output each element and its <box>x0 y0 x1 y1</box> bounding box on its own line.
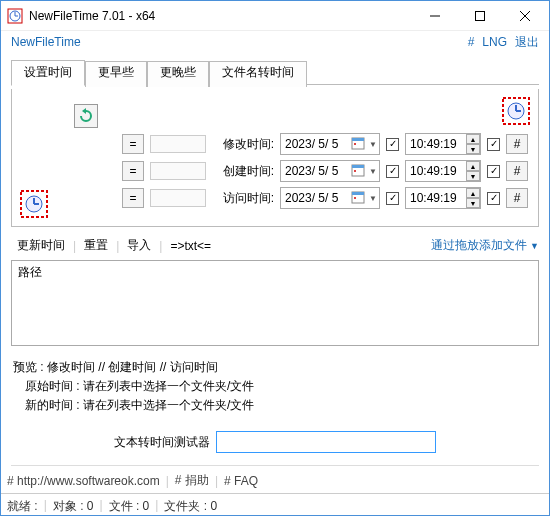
homepage-link[interactable]: # http://www.softwareok.com <box>7 474 160 488</box>
import-button[interactable]: 导入 <box>121 235 157 256</box>
modify-time-input[interactable]: 10:49:19 ▲▼ <box>405 133 481 155</box>
menu-lng[interactable]: LNG <box>480 35 509 49</box>
modify-label: 修改时间: <box>212 136 274 153</box>
menubar: NewFileTime # LNG 退出 <box>1 31 549 53</box>
update-time-button[interactable]: 更新时间 <box>11 235 71 256</box>
tab-filename-to-time[interactable]: 文件名转时间 <box>209 61 307 87</box>
clock-icon[interactable] <box>20 190 48 218</box>
column-header-path[interactable]: 路径 <box>12 261 538 284</box>
titlebar: NewFileTime 7.01 - x64 <box>1 1 549 31</box>
hash-button[interactable]: # <box>506 161 528 181</box>
create-time-row: = 创建时间: 2023/ 5/ 5 ▼ ✓ 10:49:19 ▲▼ ✓ # <box>22 160 528 182</box>
txt-button[interactable]: =>txt<= <box>164 237 217 255</box>
menu-hash[interactable]: # <box>466 35 477 49</box>
preview-new: 新的时间 : 请在列表中选择一个文件夹/文件 <box>13 396 539 415</box>
svg-rect-25 <box>354 197 356 199</box>
refresh-button[interactable] <box>74 104 98 128</box>
create-time-input[interactable]: 10:49:19 ▲▼ <box>405 160 481 182</box>
spin-down-icon[interactable]: ▼ <box>466 171 480 181</box>
action-toolbar: 更新时间 | 重置 | 导入 | =>txt<= 通过拖放添加文件 ▼ <box>11 235 539 258</box>
svg-rect-21 <box>352 165 364 168</box>
chevron-down-icon: ▼ <box>369 140 377 149</box>
drop-hint: 通过拖放添加文件 ▼ <box>431 237 539 254</box>
modify-time-checkbox[interactable]: ✓ <box>487 138 500 151</box>
eq-button[interactable]: = <box>122 188 144 208</box>
hash-button[interactable]: # <box>506 188 528 208</box>
minimize-button[interactable] <box>412 2 457 30</box>
offset-slider[interactable] <box>150 162 206 180</box>
offset-slider[interactable] <box>150 189 206 207</box>
calendar-icon <box>351 190 367 206</box>
menu-exit[interactable]: 退出 <box>513 34 541 51</box>
tab-body: = 修改时间: 2023/ 5/ 5 ▼ ✓ 10:49:19 ▲▼ ✓ # =… <box>11 89 539 227</box>
maximize-button[interactable] <box>457 2 502 30</box>
preview-block: 预览 : 修改时间 // 创建时间 // 访问时间 原始时间 : 请在列表中选择… <box>11 356 539 421</box>
svg-rect-5 <box>475 11 484 20</box>
access-date-checkbox[interactable]: ✓ <box>386 192 399 205</box>
svg-rect-24 <box>352 192 364 195</box>
chevron-down-icon[interactable]: ▼ <box>530 241 539 251</box>
spin-down-icon[interactable]: ▼ <box>466 144 480 154</box>
tester-label: 文本转时间测试器 <box>114 434 210 451</box>
status-bar: 就绪 : | 对象 : 0 | 文件 : 0 | 文件夹 : 0 <box>1 493 549 516</box>
faq-link[interactable]: # FAQ <box>224 474 258 488</box>
donate-link[interactable]: # 捐助 <box>175 472 209 489</box>
access-time-row: = 访问时间: 2023/ 5/ 5 ▼ ✓ 10:49:19 ▲▼ ✓ # <box>22 187 528 209</box>
create-time-checkbox[interactable]: ✓ <box>487 165 500 178</box>
svg-rect-18 <box>352 138 364 141</box>
close-button[interactable] <box>502 2 547 30</box>
preview-original: 原始时间 : 请在列表中选择一个文件夹/文件 <box>13 377 539 396</box>
tab-set-time[interactable]: 设置时间 <box>11 60 85 86</box>
spin-down-icon[interactable]: ▼ <box>466 198 480 208</box>
access-time-checkbox[interactable]: ✓ <box>487 192 500 205</box>
footer-links: # http://www.softwareok.com | # 捐助 | # F… <box>1 470 549 493</box>
window-title: NewFileTime 7.01 - x64 <box>29 9 412 23</box>
status-files: 文件 : 0 <box>109 498 150 515</box>
eq-button[interactable]: = <box>122 161 144 181</box>
chevron-down-icon: ▼ <box>369 194 377 203</box>
file-list[interactable]: 路径 <box>11 260 539 346</box>
modify-date-checkbox[interactable]: ✓ <box>386 138 399 151</box>
create-label: 创建时间: <box>212 163 274 180</box>
offset-slider[interactable] <box>150 135 206 153</box>
divider <box>11 465 539 466</box>
spin-up-icon[interactable]: ▲ <box>466 188 480 198</box>
spin-up-icon[interactable]: ▲ <box>466 161 480 171</box>
tab-later[interactable]: 更晚些 <box>147 61 209 87</box>
app-icon <box>7 8 23 24</box>
svg-rect-19 <box>354 143 356 145</box>
create-date-input[interactable]: 2023/ 5/ 5 ▼ <box>280 160 380 182</box>
access-time-input[interactable]: 10:49:19 ▲▼ <box>405 187 481 209</box>
hash-button[interactable]: # <box>506 134 528 154</box>
status-objects: 对象 : 0 <box>53 498 94 515</box>
calendar-icon <box>351 163 367 179</box>
preview-title: 预览 : 修改时间 // 创建时间 // 访问时间 <box>13 358 539 377</box>
create-date-checkbox[interactable]: ✓ <box>386 165 399 178</box>
tester-input[interactable] <box>216 431 436 453</box>
access-date-input[interactable]: 2023/ 5/ 5 ▼ <box>280 187 380 209</box>
chevron-down-icon: ▼ <box>369 167 377 176</box>
tab-earlier[interactable]: 更早些 <box>85 61 147 87</box>
status-ready: 就绪 : <box>7 498 38 515</box>
clock-icon[interactable] <box>502 97 530 125</box>
tab-strip: 设置时间 更早些 更晚些 文件名转时间 <box>11 59 539 85</box>
status-folders: 文件夹 : 0 <box>164 498 217 515</box>
access-label: 访问时间: <box>212 190 274 207</box>
svg-marker-16 <box>82 108 86 114</box>
svg-rect-22 <box>354 170 356 172</box>
reset-button[interactable]: 重置 <box>78 235 114 256</box>
tester-row: 文本转时间测试器 <box>11 431 539 453</box>
calendar-icon <box>351 136 367 152</box>
modify-time-row: = 修改时间: 2023/ 5/ 5 ▼ ✓ 10:49:19 ▲▼ ✓ # <box>22 133 528 155</box>
spin-up-icon[interactable]: ▲ <box>466 134 480 144</box>
eq-button[interactable]: = <box>122 134 144 154</box>
app-name-label: NewFileTime <box>9 35 462 49</box>
modify-date-input[interactable]: 2023/ 5/ 5 ▼ <box>280 133 380 155</box>
